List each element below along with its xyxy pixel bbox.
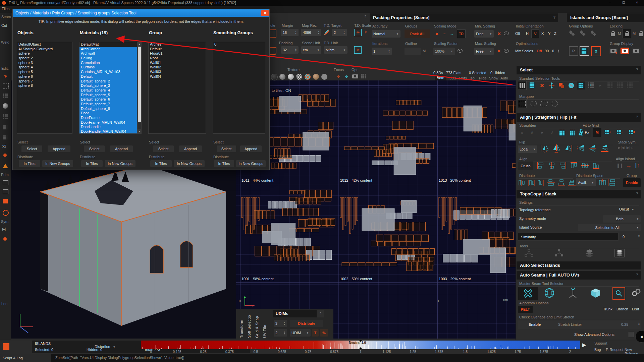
orient-h[interactable]: H — [526, 32, 529, 36]
distribute-h2-icon[interactable] — [557, 179, 566, 186]
group-stack-icon[interactable]: ⧉ — [591, 46, 601, 56]
pin2-tool-icon[interactable] — [3, 237, 7, 241]
seam-links-tool-icon[interactable] — [631, 287, 642, 298]
maximize-button[interactable]: ▢ — [617, 0, 630, 6]
td-unit-dropdown[interactable]: tx/cm▼ — [324, 46, 347, 54]
list-item[interactable]: Default_sphere_4 — [79, 88, 137, 93]
min-scaling-clear-icon[interactable]: ✕ — [496, 31, 502, 36]
trunk-option[interactable]: Trunk — [603, 307, 612, 311]
objects-append-button[interactable]: Append — [48, 145, 70, 152]
mix-scales-label[interactable]: Mix Scales — [515, 49, 533, 53]
list-item[interactable]: DoorFrame_MRLN_Wall04 — [79, 120, 137, 125]
list-item[interactable]: Default_sphere_5 — [79, 93, 137, 98]
list-item[interactable]: Curtains_MRLN_Wall03 — [79, 70, 137, 74]
orient-x[interactable]: X — [541, 32, 544, 36]
group-select-button[interactable]: Select — [153, 145, 174, 152]
flip-selection-tool-icon[interactable] — [548, 81, 556, 89]
list-item[interactable]: Ceiling — [79, 56, 137, 61]
objects-in-tiles-button[interactable]: In Tiles — [19, 160, 40, 167]
fit-grid-minus-icon[interactable]: − — [616, 128, 624, 136]
spinner-icon[interactable]: ▲▼ — [318, 31, 320, 35]
iterations-field[interactable]: 1▲▼ — [372, 48, 392, 55]
spinner-icon[interactable]: ▲▼ — [283, 321, 285, 325]
straighten-grid-icon[interactable] — [558, 129, 566, 137]
list-item[interactable]: Default_sphere_7 — [79, 102, 137, 107]
play-pair-icon[interactable]: ▶| — [2, 227, 6, 231]
list-item[interactable]: Wall01 — [149, 61, 206, 65]
packing-properties-header[interactable]: Packing Properties [Scene] — [370, 13, 558, 22]
grid-extra-icon-1[interactable] — [606, 81, 614, 89]
optimizations-off[interactable]: Off — [537, 49, 542, 53]
auto-seams-help-icon[interactable]: ? — [636, 273, 638, 277]
texture-sphere-checker-icon[interactable] — [296, 74, 302, 80]
group-diamond-icon-1[interactable] — [569, 30, 576, 37]
align-island-right-arrow-icon[interactable]: → — [625, 162, 633, 170]
distortion-dropdown[interactable]: Distortion ▼ — [95, 345, 115, 349]
smoothing-append-button[interactable]: Append — [240, 145, 262, 152]
list-item[interactable]: Wall02 — [149, 65, 206, 70]
fill-b-icon[interactable] — [270, 47, 276, 55]
marquee-polygon-icon[interactable] — [540, 100, 548, 108]
leaf-option[interactable]: Leaf — [632, 307, 639, 311]
topology-reference-dropdown[interactable]: Uncut ▼ — [619, 207, 634, 211]
max-scaling-dropdown[interactable]: Free▼ — [474, 48, 494, 55]
seam-cube-tool-icon[interactable] — [590, 287, 602, 299]
packing-help-icon[interactable]: ? — [553, 15, 555, 19]
list-item[interactable]: 0 — [213, 42, 265, 47]
spinner-icon[interactable]: ▲▼ — [638, 322, 640, 326]
fit-px-button[interactable]: Px — [583, 128, 591, 137]
align-panel-header[interactable]: Align | Straighten | Flip | Fit — [517, 113, 641, 122]
warning-icon[interactable] — [3, 164, 8, 168]
group-diamond-icon-2[interactable] — [580, 30, 586, 37]
align-left-icon[interactable] — [537, 162, 545, 170]
sidebar-x2[interactable]: x2 — [2, 144, 6, 148]
list-item[interactable]: Default_sphere_8 — [79, 107, 137, 111]
fit-grid-equal-icon[interactable]: = — [628, 128, 636, 136]
spinner-icon[interactable]: ▲▼ — [557, 49, 559, 53]
pack-all-button[interactable]: Pack All — [405, 29, 430, 38]
spinner-icon[interactable]: ▲▼ — [295, 31, 297, 35]
histogram-play-button[interactable]: ▶ — [582, 342, 586, 348]
align-right-icon[interactable] — [559, 162, 567, 170]
marquee-lasso-icon[interactable] — [529, 100, 537, 108]
min-scaling-dropdown[interactable]: Free▼ — [474, 30, 494, 38]
list-item[interactable]: Door — [79, 111, 137, 116]
sidebar-section-edit[interactable]: Edit. — [1, 66, 9, 70]
auto-seams-header[interactable]: Auto Seams | Full AUTO UVs — [517, 271, 641, 280]
sphere-tool-icon[interactable] — [3, 103, 8, 109]
flip-h-center-icon[interactable] — [552, 144, 561, 153]
list-item[interactable]: sphere 6 — [17, 74, 72, 79]
fit-m-button[interactable]: M — [593, 128, 601, 137]
neutral-marker-bottom[interactable] — [359, 347, 362, 349]
outline-field[interactable] — [405, 48, 421, 55]
marquee-circle-icon[interactable] — [551, 100, 559, 108]
stack-flat-icon[interactable] — [584, 249, 594, 257]
island-source-dropdown[interactable]: Selection to All▼ — [578, 224, 641, 231]
distribute-space-dropdown[interactable]: Avail.▼ — [576, 179, 596, 186]
texture-sphere-flat-icon[interactable] — [321, 74, 327, 80]
focus-crosshair-icon[interactable]: ✛ — [335, 74, 341, 80]
align-middle-icon[interactable] — [581, 162, 589, 170]
sidebar-section-cut[interactable]: Cut — [1, 23, 7, 27]
select-panel-header[interactable]: Select — [517, 66, 641, 74]
objects-in-new-groups-button[interactable]: In New Groups — [42, 160, 73, 167]
grid-extra-icon-3[interactable] — [626, 81, 634, 89]
scroll-down-icon[interactable]: ▼ — [138, 129, 141, 133]
tab-3ds[interactable]: 3Ds — [449, 76, 456, 80]
lock-icon[interactable] — [609, 29, 616, 38]
list-item[interactable]: Default_sphere_6 — [79, 97, 137, 102]
distribute-v3-icon[interactable] — [537, 179, 545, 186]
sidebar-section-loc[interactable]: Loc — [1, 302, 7, 306]
orient-v[interactable]: V — [531, 29, 539, 38]
distribute-h1-icon[interactable] — [547, 179, 555, 186]
sidebar-section-sym[interactable]: Sym. — [1, 220, 9, 224]
topocopy-header[interactable]: TopoCopy | Stack — [517, 190, 641, 198]
list-item[interactable]: Default_sphere_2 — [79, 79, 137, 84]
padding-field[interactable]: 32▲▼ — [281, 46, 299, 54]
flip-v-bottom-icon[interactable] — [600, 144, 609, 153]
seam-pelt-tool-icon[interactable] — [518, 286, 538, 300]
distribute-h3-icon[interactable] — [568, 179, 576, 186]
seam-plant-tool-icon[interactable] — [567, 287, 579, 299]
accuracy-dropdown[interactable]: Normal▼ — [372, 30, 400, 38]
list-item[interactable]: Crenelation — [79, 61, 137, 65]
